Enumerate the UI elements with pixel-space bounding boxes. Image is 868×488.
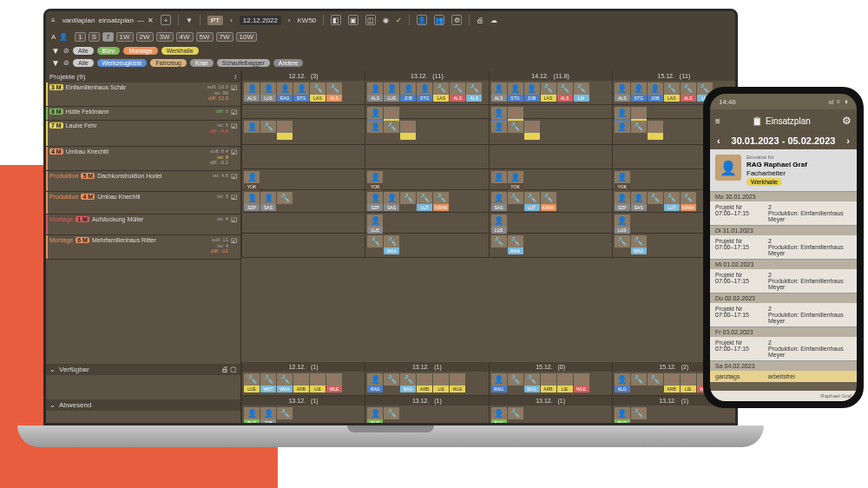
resource-tile[interactable]: 🔧 ALS (326, 82, 342, 102)
prev-icon[interactable]: ‹ (230, 16, 233, 24)
resource-tile[interactable]: 🔧 WKA (384, 235, 399, 254)
verfugbar-header[interactable]: ⌄ Verfügbar 🖨 ▢ (46, 364, 240, 375)
schedule-cell[interactable]: 👤 BUT 👤 JOB 🔧 (241, 406, 365, 425)
resource-tile[interactable]: 👤 BUT (615, 407, 630, 425)
chip-montage[interactable]: Montage (123, 47, 157, 55)
resource-tile[interactable] (277, 121, 293, 140)
tool-icon-3[interactable]: ◫ (365, 15, 376, 25)
resource-tile[interactable]: 🔧 (400, 192, 416, 211)
resource-tile[interactable]: 👤 (615, 121, 630, 140)
resource-tile[interactable]: 👤 JOB (648, 82, 663, 102)
app-tab[interactable]: vanillaplan einsatzplan — ✕ (62, 16, 154, 24)
resource-tile[interactable]: 👤 ALS (244, 82, 260, 102)
chip-schauf[interactable]: Schaufelbagger (217, 59, 270, 67)
font-icon[interactable]: A (51, 33, 56, 41)
chip-kran[interactable]: Kran (190, 59, 214, 67)
check-icon[interactable]: ✓ (396, 16, 402, 24)
project-row[interactable]: Montage1 MAufstockung Müller ist: 4☑ (46, 214, 240, 235)
resource-tile[interactable]: 👤 YOK (244, 171, 260, 190)
resource-tile[interactable]: 🔧 BAG (400, 373, 416, 392)
resource-tile[interactable]: 👤 RAG (277, 82, 293, 102)
chip-fahr[interactable]: Fahrzeug (150, 59, 187, 67)
resource-tile[interactable]: 👤 ALS (367, 82, 383, 102)
schedule-cell[interactable]: 👤 YOK (365, 169, 488, 189)
resource-tile[interactable]: 🔧 LAS (433, 82, 449, 102)
next-icon[interactable]: › (288, 16, 291, 24)
view-button-5W[interactable]: 5W (196, 32, 214, 42)
schedule-cell[interactable]: 👤 LUS (365, 213, 488, 233)
check-icon[interactable]: ☑ (231, 216, 237, 224)
resource-tile[interactable]: 🔧 (631, 373, 647, 392)
schedule-cell[interactable]: 👤 CAL LIE (365, 105, 488, 118)
schedule-cell[interactable]: 👤 BUT 🔧 (365, 406, 488, 425)
resource-tile[interactable]: 🔧 (648, 373, 663, 392)
chip-alle-2[interactable]: Alle (73, 59, 94, 67)
date-mode-button[interactable]: PT (207, 16, 223, 25)
schedule-cell[interactable]: 👤 BUT 🔧 (489, 406, 612, 425)
resource-tile[interactable]: 👤 SZP (367, 192, 383, 211)
project-row[interactable]: 7 MLaube Fehr ist: 5diff: -4.8☑ (46, 121, 240, 147)
clear-filter-icon[interactable]: ⊘ (63, 47, 69, 55)
phone-day-body[interactable]: Projekt Nr207:00–17:15Produktion: Einfam… (710, 201, 857, 225)
view-button-S[interactable]: S (89, 32, 100, 42)
resource-tile[interactable]: 🔧 KRAN (681, 192, 696, 211)
schedule-cell[interactable]: 👤 🔧 (365, 119, 488, 144)
schedule-cell[interactable] (241, 105, 365, 118)
resource-tile[interactable]: 🔧 ALS (466, 82, 482, 102)
resource-tile[interactable]: 👤 BUT (367, 407, 383, 425)
resource-tile[interactable]: 🔧 (631, 121, 647, 140)
phone-day-body[interactable]: ganztagsarbeitsfrei (710, 371, 857, 382)
check-icon[interactable]: ☑ (231, 237, 237, 245)
resource-tile[interactable]: 🔧 LAS (310, 82, 326, 102)
resource-tile[interactable]: 🔧 KRAN (433, 192, 449, 211)
resource-tile[interactable]: 🔧 (615, 235, 630, 254)
schedule-cell[interactable] (489, 145, 612, 168)
resource-tile[interactable]: 🔧 ALS (450, 82, 465, 102)
resource-tile[interactable]: 🔧 LUT (664, 192, 680, 211)
chip-alle-1[interactable]: Alle (73, 47, 94, 55)
users-icon[interactable]: 👥 (434, 15, 444, 25)
visibility-icon[interactable]: ◉ (383, 16, 389, 24)
resource-tile[interactable]: 🔧 LUE (244, 373, 260, 392)
schedule-cell[interactable]: 👤 👤 YOK (489, 169, 612, 189)
resource-tile[interactable]: 🔧 (631, 407, 647, 425)
resource-tile[interactable]: 👤 JOB (400, 82, 416, 102)
resource-tile[interactable]: 👤 STG (293, 82, 309, 102)
check-icon[interactable]: ☑ (231, 194, 237, 201)
resource-tile[interactable]: 👤 LUS (615, 214, 630, 234)
chip-werkhalle[interactable]: Werkhalle (161, 47, 199, 55)
resource-tile[interactable]: 👤 (367, 121, 383, 140)
resource-tile[interactable]: 👤 STG (508, 82, 523, 102)
print-small-icon[interactable]: 🖨 ▢ (221, 366, 237, 373)
resource-tile[interactable]: ARB (293, 373, 309, 392)
view-button-7[interactable]: 7 (102, 32, 113, 42)
cloud-icon[interactable]: ☁ (490, 16, 497, 24)
sort-icon[interactable]: ↕ (233, 73, 237, 81)
menu-icon[interactable]: ≡ (51, 16, 56, 24)
resource-tile[interactable]: 🔧 LAS (541, 82, 556, 102)
resource-tile[interactable]: 👤 RAG (367, 373, 383, 392)
resource-tile[interactable]: LIE (557, 373, 573, 392)
schedule-cell[interactable]: 👤 🔧 (489, 119, 612, 144)
resource-tile[interactable]: ARB (417, 373, 432, 392)
resource-tile[interactable]: 👤 LUS (384, 82, 399, 102)
resource-tile[interactable]: LIE (681, 373, 696, 392)
schedule-cell[interactable] (241, 234, 365, 257)
phone-day-body[interactable]: Projekt Nr207:00–17:15Produktion: Einfam… (710, 235, 857, 259)
phone-day-body[interactable]: Projekt Nr207:00–17:15Produktion: Einfam… (710, 303, 857, 326)
clear-filter-icon-2[interactable]: ⊘ (63, 59, 69, 67)
project-row[interactable]: 4 MUmbau Knechtli soll: 0.4ist: 9diff: -… (46, 147, 240, 171)
resource-tile[interactable]: 👤 JOB (524, 82, 540, 102)
user-icon[interactable]: 👤 (417, 15, 427, 25)
resource-tile[interactable]: 👤 ALG (615, 373, 630, 392)
tool-icon-2[interactable]: ▣ (348, 15, 358, 25)
resource-tile[interactable] (400, 121, 416, 140)
check-icon[interactable]: ☑ (231, 148, 237, 156)
project-row[interactable]: Montage6 MMehrfamilienhaus Ritter soll: … (46, 235, 240, 260)
project-row[interactable]: 8 MHütte Feldmann diff: 0☑ (46, 107, 240, 121)
resource-tile[interactable]: 👤 SAS (631, 192, 647, 211)
resource-tile[interactable]: 👤 BUT (491, 407, 507, 425)
resource-tile[interactable]: 👤 LUS (491, 214, 507, 234)
filter-icon[interactable]: ▼ (186, 16, 193, 24)
resource-tile[interactable]: 👤 (491, 121, 507, 140)
